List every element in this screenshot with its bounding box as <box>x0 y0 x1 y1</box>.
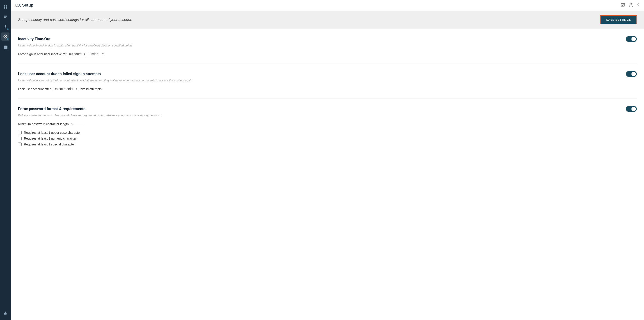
lock-label-after: invalid attempts <box>80 87 102 91</box>
password-length-row: Minimum password character length <box>18 122 637 126</box>
password-toggle[interactable] <box>626 106 637 112</box>
svg-rect-19 <box>622 5 623 6</box>
section-inactivity-header: Inactivity Time-Out <box>18 36 637 42</box>
sidebar-item-settings[interactable] <box>1 33 10 41</box>
uppercase-label: Requires at least 1 upper case character <box>24 131 81 134</box>
topbar-icons <box>620 3 640 8</box>
lock-toggle[interactable] <box>626 71 637 77</box>
sidebar-item-tasks[interactable] <box>1 13 10 21</box>
numeric-checkbox[interactable] <box>18 137 22 140</box>
section-password-format: Force password format & requirements Enf… <box>18 99 637 156</box>
hours-select[interactable]: 00 hours 01 hours 02 hours 03 hours 06 h… <box>68 52 86 56</box>
inactivity-toggle[interactable] <box>626 36 637 42</box>
attempts-select[interactable]: Do not restrict 3 5 10 15 20 <box>53 87 78 91</box>
mins-select-wrap: 0 mins 15 mins 30 mins 45 mins ▼ <box>88 52 104 56</box>
svg-rect-17 <box>6 48 8 49</box>
chevron-left-icon[interactable] <box>637 3 640 8</box>
svg-rect-6 <box>4 17 6 18</box>
svg-rect-10 <box>5 46 6 47</box>
lock-title: Lock user account due to failed sign in … <box>18 72 101 76</box>
topbar: CX Setup <box>11 0 644 11</box>
inactivity-description: Users will be forced to sign in again af… <box>18 44 637 47</box>
sidebar-item-star[interactable] <box>1 309 10 317</box>
header-description: Set up security and password settings fo… <box>18 18 132 22</box>
section-lock-account: Lock user account due to failed sign in … <box>18 64 637 99</box>
checkbox-uppercase: Requires at least 1 upper case character <box>18 131 637 134</box>
svg-rect-5 <box>4 17 7 17</box>
password-length-label: Minimum password character length <box>18 122 69 126</box>
checkbox-special: Requires at least 1 special character <box>18 143 637 146</box>
settings-badge <box>7 38 8 40</box>
svg-rect-3 <box>6 7 7 9</box>
password-description: Enforce minimum password length and char… <box>18 114 637 117</box>
save-settings-button[interactable]: SAVE SETTINGS <box>600 15 637 24</box>
inactivity-title: Inactivity Time-Out <box>18 37 50 41</box>
svg-rect-16 <box>5 48 6 49</box>
svg-rect-15 <box>4 48 5 49</box>
svg-rect-7 <box>4 28 7 28</box>
sidebar-item-share[interactable] <box>1 23 10 31</box>
password-title: Force password format & requirements <box>18 107 86 111</box>
lock-description: Users will be locked out of their accoun… <box>18 79 637 82</box>
svg-rect-20 <box>622 4 622 5</box>
svg-rect-12 <box>4 47 5 48</box>
password-length-input[interactable] <box>70 122 84 126</box>
svg-point-8 <box>5 36 6 37</box>
svg-rect-1 <box>6 5 7 7</box>
svg-rect-21 <box>622 4 623 5</box>
svg-rect-0 <box>4 5 5 7</box>
mins-select[interactable]: 0 mins 15 mins 30 mins 45 mins <box>88 52 104 56</box>
special-checkbox[interactable] <box>18 143 22 146</box>
lock-control-row: Lock user account after Do not restrict … <box>18 87 637 91</box>
special-label: Requires at least 1 special character <box>24 143 75 146</box>
svg-rect-4 <box>4 16 7 16</box>
inactivity-control-row: Force sign in after user inactive for 00… <box>18 52 637 56</box>
hours-select-wrap: 00 hours 01 hours 02 hours 03 hours 06 h… <box>68 52 86 56</box>
svg-rect-11 <box>6 46 8 47</box>
svg-rect-2 <box>4 7 5 9</box>
lock-label-before: Lock user account after <box>18 87 51 91</box>
attempts-select-wrap: Do not restrict 3 5 10 15 20 ▼ <box>53 87 78 91</box>
svg-point-24 <box>630 3 632 5</box>
content-area: Inactivity Time-Out Users will be forced… <box>11 29 644 320</box>
sidebar <box>0 0 11 320</box>
svg-rect-13 <box>5 47 6 48</box>
section-password-header: Force password format & requirements <box>18 106 637 112</box>
header-bar: Set up security and password settings fo… <box>11 11 644 29</box>
inactivity-label-before: Force sign in after user inactive for <box>18 52 66 56</box>
svg-rect-9 <box>4 46 5 47</box>
checkbox-numeric: Requires at least 1 numeric character <box>18 137 637 140</box>
user-icon[interactable] <box>629 3 633 8</box>
svg-rect-23 <box>624 5 624 6</box>
building-icon[interactable] <box>620 3 625 8</box>
main-container: CX Setup Set up security and password se… <box>11 0 644 320</box>
numeric-label: Requires at least 1 numeric character <box>24 137 76 140</box>
uppercase-checkbox[interactable] <box>18 131 22 134</box>
share-badge <box>7 29 8 30</box>
sidebar-item-apps[interactable] <box>1 3 10 11</box>
sidebar-item-grid[interactable] <box>1 43 10 52</box>
page-title: CX Setup <box>15 3 620 8</box>
svg-rect-22 <box>624 4 624 5</box>
section-inactivity: Inactivity Time-Out Users will be forced… <box>18 29 637 64</box>
section-lock-header: Lock user account due to failed sign in … <box>18 71 637 77</box>
svg-rect-14 <box>6 47 8 48</box>
